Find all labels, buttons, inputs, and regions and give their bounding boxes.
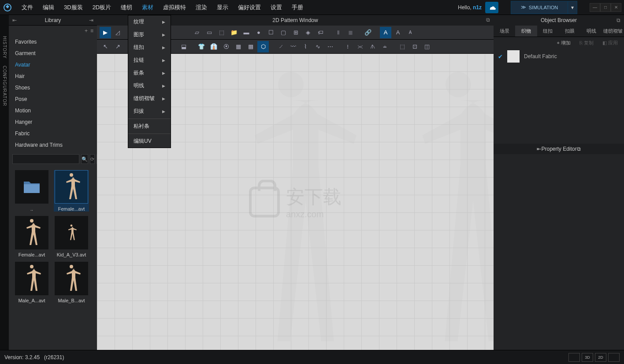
lib-cat-favorites[interactable]: Favorites bbox=[9, 36, 97, 48]
lib-cat-pose[interactable]: Pose bbox=[9, 93, 97, 105]
tool-button[interactable]: ⦿ bbox=[220, 41, 232, 52]
simulation-mode-button[interactable]: ≫ SIMULATION bbox=[511, 1, 568, 14]
username[interactable]: n1z bbox=[473, 4, 482, 11]
library-search-input[interactable] bbox=[12, 154, 79, 164]
refresh-icon[interactable]: ⟳ bbox=[90, 154, 95, 164]
collapse-icon[interactable]: ⇤ bbox=[537, 146, 541, 152]
lib-thumb-kid[interactable]: Kid_A_V3.avt bbox=[54, 216, 89, 257]
tool-pattern2[interactable]: ▩ bbox=[245, 41, 256, 52]
tool-internal[interactable]: ⬚ bbox=[216, 27, 227, 38]
tool-align-h[interactable]: ⦀ bbox=[332, 27, 344, 38]
tool-curve2[interactable]: 〰 bbox=[287, 41, 299, 52]
menu-preferences[interactable]: 偏好设置 bbox=[233, 0, 266, 15]
tool-select[interactable]: ▶ bbox=[100, 27, 111, 38]
tool-stitch2[interactable]: ⩙ bbox=[354, 41, 366, 52]
menu-3d-garment[interactable]: 3D服装 bbox=[59, 0, 88, 15]
lib-thumb-female2[interactable]: Female...avt bbox=[14, 216, 49, 257]
ob-tab-scene[interactable]: 场景 bbox=[494, 26, 515, 37]
dd-bond[interactable]: 粘衬条 bbox=[128, 120, 171, 133]
tool-iron[interactable]: ⬓ bbox=[178, 41, 189, 52]
menu-manual[interactable]: 手册 bbox=[287, 0, 308, 15]
tool-annotation-a[interactable]: A bbox=[380, 27, 391, 38]
maximize-button[interactable]: □ bbox=[600, 3, 611, 12]
ob-tab-topstitch[interactable]: 明线 bbox=[580, 26, 602, 37]
menu-render[interactable]: 渲染 bbox=[191, 0, 212, 15]
tool-polygon[interactable]: ▱ bbox=[191, 27, 203, 38]
tool-curve1[interactable]: ⟋ bbox=[275, 41, 286, 52]
apply-fabric-button[interactable]: ◧应用 bbox=[599, 38, 621, 48]
lib-cat-hardware[interactable]: Hardware and Trims bbox=[9, 139, 97, 151]
ob-tab-pucker[interactable]: 缝纫褶皱 bbox=[602, 26, 624, 37]
tool-stitch3[interactable]: ⩚ bbox=[367, 41, 378, 52]
tool-shirt1[interactable]: 👕 bbox=[196, 41, 207, 52]
tool-dash[interactable]: ⋯ bbox=[324, 41, 336, 52]
tool-circle[interactable]: ● bbox=[253, 27, 264, 38]
lib-thumb-female1[interactable]: Female...avt bbox=[54, 170, 89, 212]
tool-tag[interactable]: 🏷 bbox=[315, 27, 326, 38]
lib-cat-garment[interactable]: Garment bbox=[9, 48, 97, 59]
tool-uv2[interactable]: ⊡ bbox=[409, 41, 420, 52]
lib-cat-fabric[interactable]: Fabric bbox=[9, 128, 97, 139]
tool-grid[interactable]: ⊞ bbox=[290, 27, 301, 38]
dd-edit-uv[interactable]: 编辑UV bbox=[128, 135, 171, 148]
add-favorite-icon[interactable]: + bbox=[85, 28, 88, 34]
tool-curve3[interactable]: ⌇ bbox=[300, 41, 311, 52]
ob-tab-buttonhole[interactable]: 扣眼 bbox=[559, 26, 580, 37]
tool-curve4[interactable]: ∿ bbox=[312, 41, 323, 52]
cloud-sync-button[interactable] bbox=[485, 2, 498, 13]
sb-mode-2d[interactable]: 2D bbox=[595, 353, 606, 362]
menu-display[interactable]: 显示 bbox=[212, 0, 233, 15]
tool-uv1[interactable]: ⬚ bbox=[397, 41, 408, 52]
menu-material[interactable]: 素材 bbox=[137, 0, 158, 15]
tool-stitch4[interactable]: ⫨ bbox=[379, 41, 390, 52]
tool-stitch1[interactable]: ⫶ bbox=[342, 41, 353, 52]
menu-edit[interactable]: 编辑 bbox=[38, 0, 59, 15]
dd-steam[interactable]: 归拔▶ bbox=[128, 105, 171, 118]
menu-file[interactable]: 文件 bbox=[17, 0, 38, 15]
tool-layer[interactable]: ▬ bbox=[241, 27, 252, 38]
lib-cat-shoes[interactable]: Shoes bbox=[9, 82, 97, 93]
side-tab-history[interactable]: HISTORY bbox=[1, 33, 8, 62]
tool-trace[interactable]: ◈ bbox=[302, 27, 314, 38]
menu-settings[interactable]: 设置 bbox=[266, 0, 287, 15]
simulation-dropdown[interactable]: ▾ bbox=[568, 1, 577, 14]
tool-arrow2[interactable]: ↗ bbox=[112, 41, 123, 52]
ob-tab-button[interactable]: 纽扣 bbox=[537, 26, 559, 37]
tool-arrow1[interactable]: ↖ bbox=[100, 41, 111, 52]
back-icon[interactable]: ⇤ bbox=[12, 17, 17, 23]
dd-topstitch[interactable]: 明线▶ bbox=[128, 79, 171, 92]
dd-pucker[interactable]: 缝纫褶皱▶ bbox=[128, 92, 171, 105]
tool-pattern1[interactable]: ▦ bbox=[233, 41, 244, 52]
tool-pattern3[interactable]: ⬡ bbox=[257, 41, 269, 52]
dd-texture[interactable]: 纹理▶ bbox=[128, 15, 171, 28]
lib-thumb-up[interactable]: .. bbox=[14, 170, 49, 212]
dd-zipper[interactable]: 拉链▶ bbox=[128, 54, 171, 67]
sb-mode-3[interactable] bbox=[608, 353, 620, 362]
dd-graphic[interactable]: 图形▶ bbox=[128, 28, 171, 41]
menu-avatar[interactable]: 虚拟模特 bbox=[158, 0, 191, 15]
search-icon[interactable]: 🔍 bbox=[81, 154, 88, 164]
lib-cat-hair[interactable]: Hair bbox=[9, 71, 97, 82]
tool-folder[interactable]: 📁 bbox=[228, 27, 240, 38]
tool-text-a[interactable]: A bbox=[392, 27, 404, 38]
fabric-item[interactable]: ✔ Default Fabric bbox=[494, 48, 624, 64]
popout-icon[interactable]: ⧉ bbox=[617, 17, 620, 23]
close-button[interactable]: ✕ bbox=[611, 3, 621, 12]
tool-text-small[interactable]: A bbox=[405, 27, 416, 38]
sb-mode-0[interactable] bbox=[568, 353, 580, 362]
minimize-button[interactable]: — bbox=[590, 3, 600, 12]
copy-fabric-button[interactable]: ⎘复制 bbox=[576, 38, 597, 48]
tool-uv3[interactable]: ◫ bbox=[421, 41, 433, 52]
ob-tab-fabric[interactable]: 织物 bbox=[515, 26, 537, 37]
menu-icon[interactable]: ≡ bbox=[90, 28, 93, 34]
menu-2d-pattern[interactable]: 2D板片 bbox=[88, 0, 116, 15]
popout-icon[interactable]: ⧉ bbox=[486, 17, 490, 23]
lib-cat-avatar[interactable]: Avatar bbox=[9, 59, 97, 71]
tool-shirt2[interactable]: 👔 bbox=[208, 41, 219, 52]
tool-transform[interactable]: ◿ bbox=[112, 27, 123, 38]
lib-cat-hanger[interactable]: Hanger bbox=[9, 116, 97, 128]
popout-icon[interactable]: ⧉ bbox=[577, 146, 581, 152]
forward-icon[interactable]: ⇥ bbox=[89, 17, 93, 23]
tool-box[interactable]: ☐ bbox=[265, 27, 277, 38]
tool-outline[interactable]: ▢ bbox=[278, 27, 289, 38]
